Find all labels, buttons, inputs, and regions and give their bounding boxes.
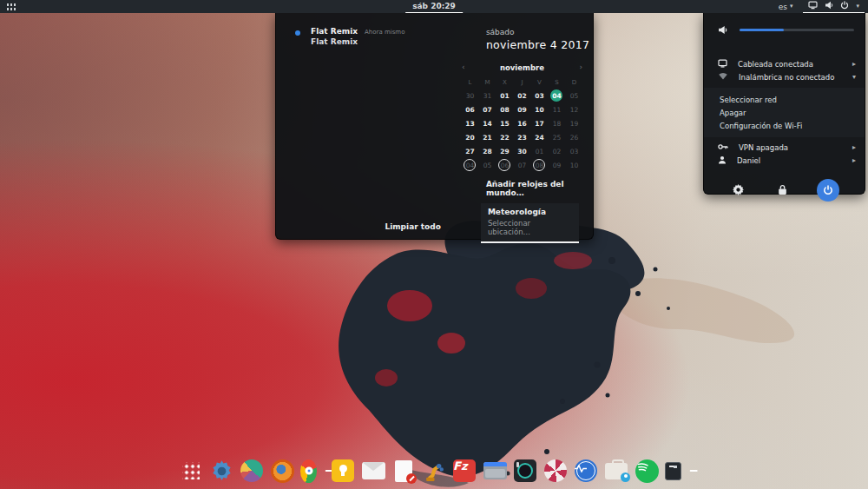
weekday-header: D xyxy=(565,79,582,86)
calendar-day[interactable]: 08 xyxy=(533,159,545,171)
calendar-day[interactable]: 01 xyxy=(498,89,510,102)
calendar-day[interactable]: 06 xyxy=(464,103,476,116)
weekday-name: sábado xyxy=(486,28,593,36)
calendar-day[interactable]: 02 xyxy=(550,145,562,157)
dock-icon-settings[interactable] xyxy=(209,459,233,487)
calendar-day[interactable]: 30 xyxy=(516,145,528,157)
keyboard-layout-indicator[interactable]: es ▾ xyxy=(777,0,795,13)
calendar-day[interactable]: 09 xyxy=(516,103,528,116)
vpn-item[interactable]: VPN apagada ▸ xyxy=(704,141,865,154)
calendar-day[interactable]: 11 xyxy=(550,103,562,116)
chevron-right-icon: ▸ xyxy=(852,143,856,151)
calendar-day[interactable]: 27 xyxy=(464,145,476,157)
weekday-header: V xyxy=(530,79,548,86)
month-label: noviembre xyxy=(500,63,544,72)
network-submenu-item[interactable]: Apagar xyxy=(704,106,865,119)
calendar-day[interactable]: 24 xyxy=(533,131,545,143)
notification-title: Flat Remix xyxy=(311,27,358,36)
dock-icon-chrome[interactable] xyxy=(300,459,325,487)
weather-section[interactable]: Meteorología Seleccionar ubicación… xyxy=(481,203,579,243)
dock-icon-filezilla[interactable]: Fz xyxy=(452,459,477,487)
wired-network-item[interactable]: Cableada conectada ▸ xyxy=(704,57,865,70)
network-submenu-item[interactable]: Configuración de Wi-Fi xyxy=(704,119,865,132)
dock-icon-music-vinyl[interactable] xyxy=(513,459,537,487)
dock-icon-firefox[interactable] xyxy=(270,459,294,487)
calendar-day[interactable]: 16 xyxy=(516,117,528,129)
dock-icon-lollypop[interactable] xyxy=(543,459,568,487)
dock-icon-show-apps[interactable] xyxy=(179,459,203,487)
calendar-day[interactable]: 03 xyxy=(568,145,580,157)
dock-icon-robot-arm[interactable] xyxy=(422,459,446,487)
dock-icon-wave-meter[interactable] xyxy=(574,459,598,487)
weather-title: Meteorología xyxy=(488,208,572,216)
volume-icon xyxy=(825,1,833,11)
user-item[interactable]: Daniel ▸ xyxy=(704,154,865,167)
system-status-menu-button[interactable]: ▾ xyxy=(803,0,865,13)
chevron-down-icon: ▾ xyxy=(790,3,793,10)
calendar-day[interactable]: 26 xyxy=(568,131,580,143)
calendar-day[interactable]: 02 xyxy=(516,89,528,102)
dock-icon-google-keep[interactable] xyxy=(331,459,355,487)
calendar-day[interactable]: 29 xyxy=(498,145,510,157)
add-world-clocks-button[interactable]: Añadir relojes del mundo… xyxy=(486,180,593,197)
dock-icon-disk-usage-pie[interactable] xyxy=(240,459,264,487)
calendar-day[interactable]: 03 xyxy=(533,89,545,102)
calendar-day[interactable]: 31 xyxy=(481,89,493,102)
calendar-day[interactable]: 23 xyxy=(516,131,528,143)
keyboard-layout-label: es xyxy=(779,3,787,11)
calendar-day[interactable]: 10 xyxy=(533,103,545,116)
calendar-day[interactable]: 15 xyxy=(498,117,510,129)
calendar-day[interactable]: 05 xyxy=(481,159,493,171)
dock-icon-terminal[interactable] xyxy=(665,459,689,487)
notification-body: Flat Remix xyxy=(311,37,404,46)
chevron-down-icon: ▾ xyxy=(856,3,859,10)
wireless-network-item[interactable]: Inalámbrica no conectado ▾ xyxy=(704,70,865,83)
calendar-day[interactable]: 18 xyxy=(550,117,562,129)
weekday-header: X xyxy=(496,79,513,86)
notification-item[interactable]: Flat Remix Ahora mismo Flat Remix xyxy=(295,27,451,46)
power-button[interactable] xyxy=(817,179,839,202)
dock-icon-file-manager[interactable] xyxy=(483,459,507,487)
calendar-day[interactable]: 30 xyxy=(464,89,476,102)
dock-icon-spotify[interactable] xyxy=(635,459,659,487)
activities-button[interactable] xyxy=(0,0,23,13)
calendar-day[interactable]: 10 xyxy=(568,159,580,171)
gear-icon xyxy=(733,182,744,199)
wireless-network-label: Inalámbrica no conectado xyxy=(739,73,852,82)
calendar-day[interactable]: 19 xyxy=(568,117,580,129)
calendar-day[interactable]: 07 xyxy=(481,103,493,116)
calendar-day[interactable]: 22 xyxy=(498,131,510,143)
user-icon xyxy=(718,155,727,166)
calendar-day[interactable]: 07 xyxy=(516,159,528,171)
calendar-day[interactable]: 04 xyxy=(550,89,562,102)
dock-icon-briefcase-sync[interactable] xyxy=(604,459,628,487)
calendar-day[interactable]: 12 xyxy=(568,103,580,116)
volume-slider[interactable] xyxy=(740,29,854,31)
clear-all-button[interactable]: Limpiar todo xyxy=(385,222,440,231)
calendar-day[interactable]: 01 xyxy=(533,145,545,157)
calendar-day[interactable]: 17 xyxy=(533,117,545,129)
calendar-day[interactable]: 20 xyxy=(464,131,476,143)
network-submenu: Seleccionar redApagarConfiguración de Wi… xyxy=(704,88,865,137)
chevron-right-icon: ▸ xyxy=(852,60,856,68)
calendar-day[interactable]: 13 xyxy=(464,117,476,129)
calendar-day[interactable]: 14 xyxy=(481,117,493,129)
calendar-day[interactable]: 21 xyxy=(481,131,493,143)
calendar-day[interactable]: 06 xyxy=(498,159,510,171)
calendar-day[interactable]: 25 xyxy=(550,131,562,143)
previous-month-button[interactable]: ‹ xyxy=(462,63,465,71)
calendar-day[interactable]: 09 xyxy=(550,159,562,171)
calendar-day[interactable]: 08 xyxy=(498,103,510,116)
calendar-day[interactable]: 04 xyxy=(464,159,476,171)
power-icon xyxy=(840,1,849,11)
calendar-day[interactable]: 28 xyxy=(481,145,493,157)
dock-icon-document-editor[interactable] xyxy=(391,459,416,487)
dock-icon-mail[interactable] xyxy=(361,459,385,487)
vpn-label: VPN apagada xyxy=(739,143,852,152)
network-submenu-item[interactable]: Seleccionar red xyxy=(704,93,865,106)
clock-menu-button[interactable]: sáb 20:29 xyxy=(405,0,463,13)
lock-button[interactable] xyxy=(773,181,792,200)
settings-button[interactable] xyxy=(729,181,748,200)
calendar-day[interactable]: 05 xyxy=(568,89,580,102)
next-month-button[interactable]: › xyxy=(579,63,582,71)
